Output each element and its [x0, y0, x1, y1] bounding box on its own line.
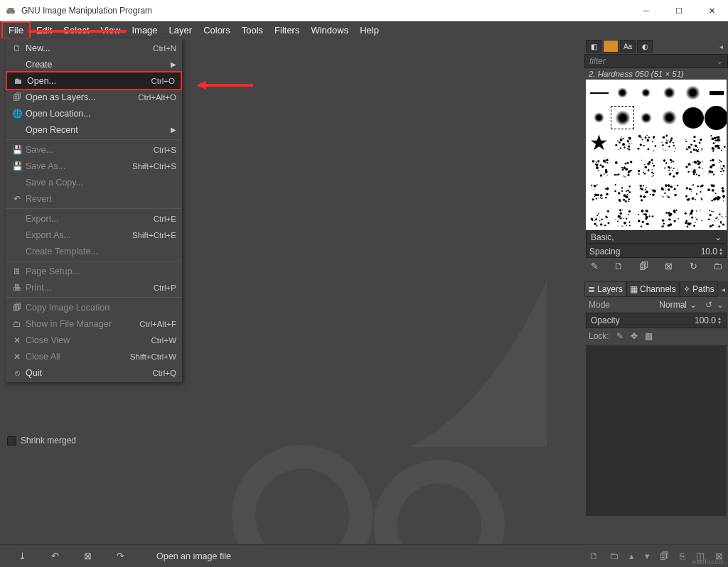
- lock-alpha-icon[interactable]: ▩: [645, 331, 653, 341]
- duplicate-brush-icon[interactable]: 🗐: [638, 261, 650, 271]
- mode-select[interactable]: Normal⌄: [659, 300, 697, 310]
- menu-item-open-location[interactable]: 🌐Open Location...: [6, 105, 182, 122]
- delete-brush-icon[interactable]: ⊠: [663, 261, 674, 271]
- menu-item-show-in-file-manager[interactable]: 🗀Show in File ManagerCtrl+Alt+F: [6, 315, 182, 332]
- brush-thumbnail[interactable]: [611, 106, 634, 129]
- menu-item-create-template[interactable]: Create Template...: [6, 243, 182, 259]
- brush-thumbnail[interactable]: [611, 205, 634, 229]
- new-layer-icon[interactable]: 🗋: [589, 551, 599, 561]
- bottom-icon-1[interactable]: ⤓: [14, 549, 30, 564]
- menu-colors[interactable]: Colors: [198, 23, 236, 38]
- menu-item-save[interactable]: 💾Save...Ctrl+S: [6, 141, 182, 158]
- new-group-icon[interactable]: 🗀: [609, 551, 619, 561]
- brush-thumbnail[interactable]: [681, 81, 705, 104]
- brush-thumbnail[interactable]: [705, 180, 727, 204]
- shrink-merged-option[interactable]: Shrink merged: [7, 436, 76, 446]
- tab-brushes-icon[interactable]: ◧: [586, 40, 601, 53]
- opacity-stepper[interactable]: ▲▼: [717, 316, 722, 325]
- brush-thumbnail[interactable]: [611, 81, 634, 104]
- brush-preset-select[interactable]: Basic, ⌄: [586, 230, 727, 244]
- maximize-button[interactable]: ☐: [663, 0, 695, 21]
- brush-thumbnail[interactable]: [658, 81, 681, 104]
- brush-thumbnail[interactable]: [658, 205, 681, 229]
- menu-item-close-view[interactable]: ✕Close ViewCtrl+W: [6, 332, 182, 348]
- layers-list[interactable]: [586, 345, 727, 516]
- brush-thumbnail[interactable]: [587, 81, 611, 104]
- mode-reset-icon[interactable]: ↺: [705, 300, 712, 310]
- brush-thumbnail[interactable]: [705, 81, 727, 104]
- redo-icon[interactable]: ↷: [112, 549, 128, 564]
- menu-item-print[interactable]: 🖶Print...Ctrl+P: [6, 279, 182, 296]
- menu-help[interactable]: Help: [354, 23, 385, 38]
- menu-item-save-a-copy[interactable]: Save a Copy...: [6, 174, 182, 190]
- menu-item-close-all[interactable]: ✕Close AllShift+Ctrl+W: [6, 348, 182, 364]
- shrink-merged-checkbox[interactable]: [7, 436, 16, 446]
- spacing-control[interactable]: Spacing 10.0▲▼: [586, 244, 727, 258]
- brush-thumbnail[interactable]: [611, 156, 634, 179]
- lock-position-icon[interactable]: ✥: [631, 331, 638, 341]
- spacing-stepper[interactable]: ▲▼: [719, 247, 723, 256]
- delete-icon[interactable]: ⊠: [80, 549, 95, 564]
- menu-layer[interactable]: Layer: [164, 23, 198, 38]
- brush-thumbnail[interactable]: [634, 81, 658, 104]
- brush-thumbnail[interactable]: [681, 205, 705, 229]
- open-brush-folder-icon[interactable]: 🗀: [712, 261, 724, 271]
- refresh-brush-icon[interactable]: ↻: [687, 261, 699, 271]
- brush-thumbnail[interactable]: [587, 205, 611, 229]
- brush-thumbnail[interactable]: [681, 180, 705, 204]
- tab-patterns-icon[interactable]: [603, 40, 619, 53]
- tab-fonts-icon[interactable]: Aa: [620, 40, 636, 53]
- lock-pixels-icon[interactable]: ✎: [616, 331, 623, 341]
- brush-thumbnail[interactable]: [705, 131, 727, 154]
- brush-thumbnail[interactable]: [658, 106, 681, 129]
- menu-windows[interactable]: Windows: [305, 23, 354, 38]
- menu-item-export-as[interactable]: Export As...Shift+Ctrl+E: [6, 227, 182, 243]
- filter-input[interactable]: filter ⌄: [584, 54, 728, 68]
- lower-layer-icon[interactable]: ▾: [645, 551, 650, 561]
- tab-channels[interactable]: ▦Channels: [626, 281, 680, 297]
- brush-thumbnail[interactable]: [705, 156, 727, 179]
- menu-item-revert[interactable]: ↶Revert: [6, 190, 182, 207]
- brush-thumbnail[interactable]: [587, 180, 611, 204]
- tab-paths[interactable]: ✧Paths: [680, 281, 718, 297]
- duplicate-layer-icon[interactable]: 🗐: [660, 551, 669, 561]
- merge-layer-icon[interactable]: ⎘: [680, 551, 685, 561]
- brush-thumbnail[interactable]: [658, 131, 681, 154]
- menu-item-open-recent[interactable]: Open Recent▶: [6, 122, 182, 138]
- menu-item-export[interactable]: Export...Ctrl+E: [6, 210, 182, 227]
- menu-item-quit[interactable]: ⎋QuitCtrl+Q: [6, 364, 182, 381]
- menu-item-open-as-layers[interactable]: 🗐Open as Layers...Ctrl+Alt+O: [6, 89, 182, 105]
- brush-thumbnail[interactable]: [634, 156, 658, 179]
- new-brush-icon[interactable]: 🗋: [614, 261, 625, 271]
- brush-thumbnail[interactable]: [681, 106, 705, 129]
- minimize-button[interactable]: ─: [630, 0, 663, 21]
- close-button[interactable]: ✕: [695, 0, 728, 21]
- menu-item-page-setup[interactable]: 🗏Page Setup...: [6, 263, 182, 279]
- brush-thumbnail[interactable]: [587, 156, 611, 179]
- configure-tab-icon[interactable]: ◂: [715, 43, 727, 50]
- configure-layers-tab-icon[interactable]: ◂: [718, 286, 728, 293]
- brush-thumbnail[interactable]: [705, 106, 727, 129]
- brush-thumbnail[interactable]: [634, 106, 658, 129]
- tab-history-icon[interactable]: ◐: [637, 40, 653, 53]
- menu-item-open[interactable]: 🖿Open...Ctrl+O: [6, 71, 182, 90]
- menu-filters[interactable]: Filters: [269, 23, 305, 38]
- menu-item-copy-image-location[interactable]: 🗐Copy Image Location: [6, 299, 182, 315]
- brush-thumbnail[interactable]: [658, 156, 681, 179]
- raise-layer-icon[interactable]: ▴: [629, 551, 634, 561]
- brush-thumbnail[interactable]: ★: [587, 131, 611, 154]
- edit-brush-icon[interactable]: ✎: [589, 261, 600, 271]
- opacity-control[interactable]: Opacity 100.0▲▼: [586, 313, 727, 328]
- menu-tools[interactable]: Tools: [236, 23, 269, 38]
- brush-thumbnail[interactable]: [681, 156, 705, 179]
- menu-image[interactable]: Image: [126, 23, 163, 38]
- brush-thumbnail[interactable]: [681, 131, 705, 154]
- brush-grid[interactable]: ★: [586, 80, 727, 230]
- menu-file[interactable]: File: [1, 21, 31, 39]
- tab-layers[interactable]: ≣Layers: [584, 281, 626, 297]
- menu-item-save-as[interactable]: 💾Save As...Shift+Ctrl+S: [6, 158, 182, 174]
- brush-thumbnail[interactable]: [658, 180, 681, 204]
- brush-thumbnail[interactable]: [634, 205, 658, 229]
- brush-thumbnail[interactable]: [634, 180, 658, 204]
- menu-item-create[interactable]: Create▶: [6, 56, 182, 72]
